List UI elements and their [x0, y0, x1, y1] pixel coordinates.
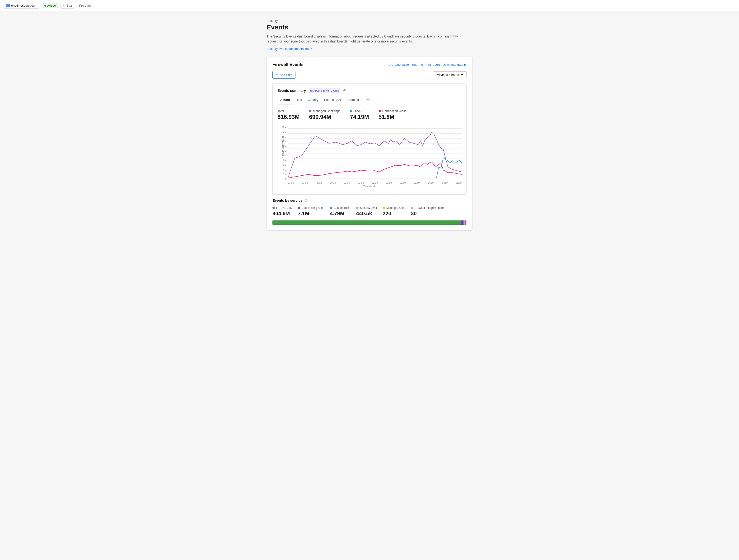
table-icon: ▦	[310, 89, 313, 92]
y-label-22m: 22M	[282, 126, 286, 129]
service-custom-label: Custom rules	[334, 206, 350, 209]
y-label-8m: 8M	[283, 159, 286, 162]
tab-path[interactable]: Path	[363, 96, 375, 104]
about-firewall-button[interactable]: ▦ About Firewall Events	[308, 88, 340, 93]
service-sec-label-row: Security level	[356, 206, 377, 209]
stat-total-label: Total	[277, 109, 299, 113]
service-sec-label: Security level	[360, 206, 377, 209]
time-range-button[interactable]: Previous 6 hours ▼	[433, 72, 467, 78]
print-report-label: Print report	[425, 63, 440, 66]
external-link-icon: ↗	[310, 47, 312, 50]
service-custom-label-row: Custom rules	[330, 206, 350, 209]
browser-dot	[411, 207, 413, 209]
site-selector[interactable]: onetimesecret.com	[4, 3, 40, 9]
x-label-0430: 04:30	[442, 181, 448, 184]
x-label-0400: 04:00	[428, 181, 434, 184]
chevron-down-icon: ▼	[460, 73, 463, 77]
print-report-button[interactable]: 🖨 Print report	[420, 63, 440, 67]
stat-cc-label-row: Connection Close	[379, 109, 407, 113]
y-label-2m: 2M	[283, 173, 286, 176]
site-name: onetimesecret.com	[11, 4, 37, 7]
page-description: The Security Events dashboard displays i…	[267, 34, 461, 44]
download-data-label: Download data	[443, 63, 463, 66]
service-rate-label-row: Rate limiting rules	[298, 206, 324, 209]
site-favicon	[6, 4, 10, 7]
service-mgd-label-row: Managed rules	[383, 206, 405, 209]
mgd-dot	[383, 207, 385, 209]
service-http-ddos-value: 804.6M	[272, 211, 292, 217]
x-label-fri13: Fri 13	[316, 181, 322, 184]
y-label-0: 0	[285, 178, 286, 180]
page-section: Security	[267, 19, 472, 22]
sec-dot	[356, 207, 358, 209]
tab-source-ip[interactable]: Source IP	[344, 96, 363, 104]
page-title: Events	[267, 23, 472, 31]
bar-rate-limiting	[461, 221, 462, 225]
chevron-right-icon: ▶	[464, 63, 467, 66]
card-header: Firewall Events ⊕ Create custom rule 🖨 P…	[272, 62, 467, 67]
block-dot	[350, 110, 352, 112]
chart-svg-area	[288, 126, 462, 180]
download-data-button[interactable]: Download data ▶	[443, 63, 467, 66]
service-http-ddos-label: HTTP DDoS	[276, 206, 292, 209]
events-summary: Events summary ▦ About Firewall Events ⏱…	[272, 83, 467, 194]
stat-cc-value: 51.8M	[379, 114, 407, 120]
create-rule-label: Create custom rule	[391, 63, 417, 66]
service-header: Events by service ⏱	[272, 198, 467, 202]
active-dot	[44, 5, 46, 7]
service-http-ddos-label-row: HTTP DDoS	[272, 206, 292, 209]
plus-circle-icon: ⊕	[388, 63, 391, 67]
add-filter-button[interactable]: + Add filter	[272, 71, 295, 79]
create-rule-button[interactable]: ⊕ Create custom rule	[388, 63, 417, 67]
doc-link[interactable]: Security events documentation ↗	[267, 47, 312, 50]
x-label-0030: 00:30	[330, 181, 336, 184]
summary-header: Events summary ▦ About Firewall Events ⏱	[277, 88, 462, 93]
plan-label: Pro plan	[77, 3, 93, 8]
stat-mc-value: 690.94M	[309, 114, 340, 120]
x-label-0330: 03:30	[414, 181, 420, 184]
service-custom-value: 4.79M	[330, 211, 350, 217]
x-label-0100: 01:00	[344, 181, 350, 184]
events-by-service: Events by service ⏱ HTTP DDoS 804.6M Rat…	[272, 198, 467, 225]
service-info-icon[interactable]: ⏱	[304, 198, 308, 202]
x-axis-title: Time (local)	[363, 185, 376, 188]
custom-dot	[330, 207, 332, 209]
add-filter-label: Add filter	[280, 73, 292, 77]
x-label-0230: 02:30	[386, 181, 392, 184]
y-axis-title: Number of Events	[281, 139, 284, 158]
info-icon[interactable]: ⏱	[343, 89, 346, 93]
tab-source-asn[interactable]: Source ASN	[321, 96, 344, 104]
star-button[interactable]: ☆ Star	[60, 3, 75, 9]
time-range-label: Previous 6 hours	[436, 73, 459, 77]
doc-link-text: Security events documentation	[267, 47, 309, 50]
service-rate-value: 7.1M	[298, 211, 324, 217]
star-label: Star	[67, 4, 72, 7]
stat-managed-challenge: Managed Challenge 690.94M	[309, 109, 340, 120]
stats-row: Total 816.93M Managed Challenge 690.94M …	[277, 109, 462, 120]
firewall-events-card: Firewall Events ⊕ Create custom rule 🖨 P…	[267, 56, 472, 231]
y-label-4m: 4M	[283, 168, 286, 171]
bar-http-ddos	[272, 221, 461, 225]
service-custom-rules: Custom rules 4.79M	[330, 206, 350, 217]
x-label-2330: 23:30	[302, 181, 308, 184]
main-content: Security Events The Security Events dash…	[263, 11, 476, 242]
y-label-20m: 20M	[282, 131, 286, 133]
tab-host[interactable]: Host	[293, 96, 305, 104]
tab-more-button[interactable]: ···	[375, 96, 381, 104]
service-sec-value: 440.5k	[356, 211, 377, 217]
x-label-0500: 05:00	[456, 181, 462, 184]
mc-dot	[309, 110, 311, 112]
print-icon: 🖨	[420, 63, 424, 67]
tab-action[interactable]: Action	[277, 96, 293, 104]
toolbar-row: + Add filter Previous 6 hours ▼	[272, 71, 467, 79]
stat-cc-label: Connection Close	[382, 109, 407, 113]
rate-dot	[298, 207, 300, 209]
service-browser-value: 30	[411, 211, 444, 217]
service-rate-label: Rate limiting rules	[301, 206, 324, 209]
events-chart: 22M 20M 18M 16M 14M 12M 10M 8M 6M 4M 2M …	[277, 126, 462, 188]
card-title: Firewall Events	[272, 62, 304, 67]
service-http-ddos: HTTP DDoS 804.6M	[272, 206, 292, 217]
tab-country[interactable]: Country	[305, 96, 321, 104]
summary-label: Events summary	[277, 89, 306, 93]
cc-dot	[379, 110, 381, 112]
